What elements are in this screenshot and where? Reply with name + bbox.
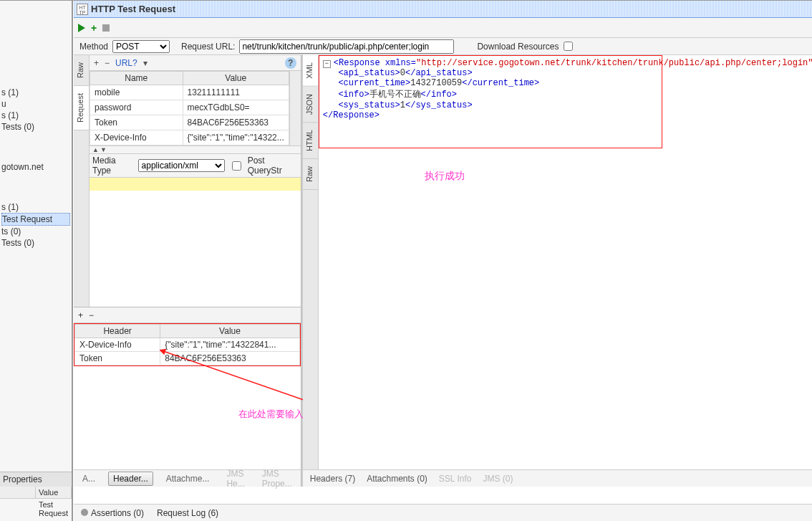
window-titlebar: HT TP HTTP Test Request — [74, 1, 812, 18]
request-inspector-tabs: A... Header... Attachme... JMS He... JMS… — [74, 469, 301, 487]
properties-col-value: Value — [36, 487, 72, 498]
table-row[interactable]: Token84BAC6F256E53363 — [90, 115, 289, 130]
tab-auth[interactable]: A... — [78, 472, 100, 485]
stop-button[interactable] — [102, 24, 110, 32]
toolbar-dropdown-icon[interactable]: ▾ — [143, 58, 148, 68]
request-log-button[interactable]: Request Log (6) — [157, 508, 218, 518]
window-title: HTTP Test Request — [91, 4, 175, 14]
vtab-raw[interactable]: Raw — [74, 55, 89, 86]
post-querystring-label: Post QueryStr — [248, 156, 298, 176]
method-label: Method — [79, 42, 108, 52]
toolbar-url-icon[interactable]: URL? — [115, 58, 137, 68]
tree-item[interactable]: ts (0) — [1, 226, 70, 237]
post-querystring-checkbox[interactable] — [232, 161, 241, 171]
toolbar-remove-icon[interactable]: − — [89, 310, 94, 320]
response-inspector-tabs: Headers (7) Attachments (0) SSL Info JMS… — [303, 469, 812, 487]
collapse-toggle-icon[interactable]: − — [323, 60, 331, 68]
url-input[interactable] — [239, 39, 454, 54]
table-row[interactable]: X-Device-Info{"site":"1","time":"1432284… — [75, 338, 300, 352]
table-row[interactable]: passwordmecxTGdbLS0= — [90, 100, 289, 115]
tree-item[interactable]: Tests (0) — [1, 237, 70, 249]
tree-item[interactable]: s (1) — [1, 87, 70, 98]
resp-vtab-html[interactable]: HTML — [303, 123, 318, 159]
method-select[interactable]: POST — [112, 40, 170, 53]
tree-item-selected[interactable]: Test Request — [1, 213, 70, 226]
run-button[interactable] — [78, 24, 85, 32]
http-icon: HT TP — [77, 4, 88, 15]
tab-resp-jms[interactable]: JMS (0) — [483, 474, 513, 484]
download-resources-checkbox[interactable]: Download Resources — [477, 39, 575, 53]
tree-item[interactable]: s (1) — [1, 201, 70, 213]
resp-vtab-xml[interactable]: XML — [303, 55, 318, 87]
help-icon[interactable]: ? — [285, 57, 296, 69]
tab-jms-properties[interactable]: JMS Prope... — [258, 467, 296, 490]
headers-col-value: Value — [160, 325, 300, 338]
url-label: Request URL: — [181, 42, 235, 52]
params-table: Name Value mobile13211111111 passwordmec… — [90, 71, 289, 145]
toolbar-add-icon[interactable]: + — [94, 58, 99, 68]
table-row[interactable]: mobile13211111111 — [90, 85, 289, 100]
navigator-sidebar: s (1) u s (1) Tests (0) gotown.net s (1)… — [0, 1, 73, 521]
expand-toggle[interactable]: ▲▼ — [90, 145, 301, 154]
response-xml-view[interactable]: −<Response xmlns="http://service.gogotow… — [319, 55, 812, 469]
table-row[interactable]: X-Device-Info{"site":"1","time":"14322..… — [90, 130, 289, 145]
headers-col-name: Header — [75, 325, 160, 338]
bottom-log-bar: Assertions (0) Request Log (6) — [74, 504, 812, 521]
media-type-label: Media Type — [92, 156, 134, 176]
add-button[interactable]: + — [91, 22, 97, 34]
resp-vtab-raw[interactable]: Raw — [303, 159, 318, 190]
tab-resp-headers[interactable]: Headers (7) — [310, 474, 355, 484]
request-body-textarea[interactable] — [90, 178, 301, 307]
tree-item[interactable]: u — [1, 98, 70, 110]
tab-attachments[interactable]: Attachme... — [162, 472, 214, 485]
scrollbar[interactable] — [289, 71, 301, 145]
tree-item[interactable]: Tests (0) — [1, 121, 70, 133]
params-col-value: Value — [183, 72, 289, 85]
vtab-request[interactable]: Request — [74, 86, 89, 130]
tab-resp-attachments[interactable]: Attachments (0) — [367, 474, 427, 484]
toolbar-add-icon[interactable]: + — [78, 310, 83, 320]
toolbar-remove-icon[interactable]: − — [105, 58, 110, 68]
properties-panel-title: Properties — [0, 472, 72, 487]
media-type-select[interactable]: application/xml — [138, 159, 225, 172]
table-row[interactable]: Token84BAC6F256E53363 — [75, 352, 300, 365]
tree-item[interactable]: s (1) — [1, 110, 70, 121]
run-toolbar: + — [74, 18, 812, 38]
request-config-bar: Method POST Request URL: Download Resour… — [74, 38, 812, 55]
params-col-name: Name — [90, 72, 183, 85]
properties-name-value: Test Request — [36, 499, 72, 519]
tree-item[interactable]: gotown.net — [1, 161, 70, 173]
resp-vtab-json[interactable]: JSON — [303, 87, 318, 123]
tab-headers[interactable]: Header... — [108, 472, 153, 486]
headers-toolbar: + − — [74, 307, 301, 323]
assertions-button[interactable]: Assertions (0) — [81, 508, 144, 518]
params-toolbar: + − URL? ▾ ? — [90, 55, 301, 71]
annotation-text: 执行成功 — [425, 170, 465, 183]
tab-jms-headers[interactable]: JMS He... — [222, 467, 248, 490]
tab-resp-ssl[interactable]: SSL Info — [439, 474, 472, 484]
headers-table: Header Value X-Device-Info{"site":"1","t… — [74, 324, 300, 365]
annotation-box: Header Value X-Device-Info{"site":"1","t… — [74, 323, 301, 366]
